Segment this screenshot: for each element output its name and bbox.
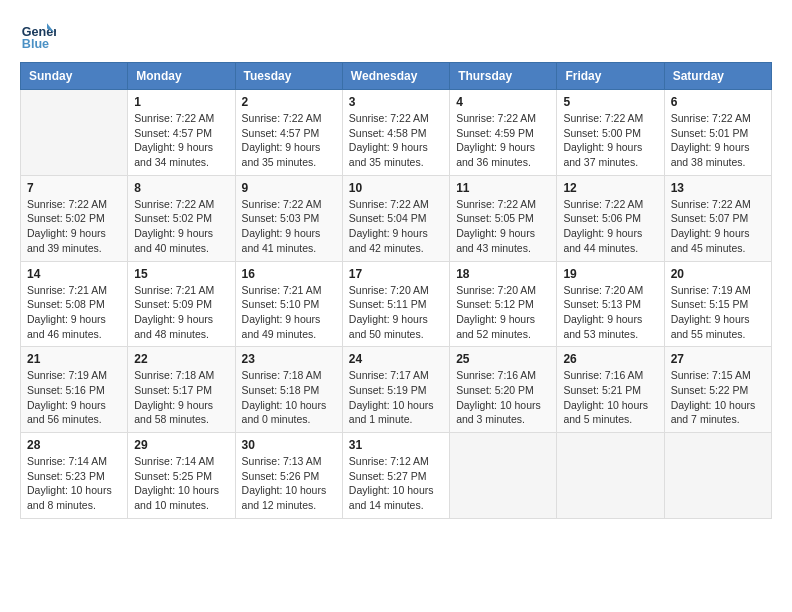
- day-number: 31: [349, 438, 443, 452]
- day-cell: 25Sunrise: 7:16 AMSunset: 5:20 PMDayligh…: [450, 347, 557, 433]
- day-info: Sunrise: 7:22 AMSunset: 5:06 PMDaylight:…: [563, 197, 657, 256]
- day-cell: 4Sunrise: 7:22 AMSunset: 4:59 PMDaylight…: [450, 90, 557, 176]
- day-info: Sunrise: 7:22 AMSunset: 4:59 PMDaylight:…: [456, 111, 550, 170]
- day-cell: 29Sunrise: 7:14 AMSunset: 5:25 PMDayligh…: [128, 433, 235, 519]
- week-row-4: 21Sunrise: 7:19 AMSunset: 5:16 PMDayligh…: [21, 347, 772, 433]
- day-number: 13: [671, 181, 765, 195]
- day-info: Sunrise: 7:22 AMSunset: 4:58 PMDaylight:…: [349, 111, 443, 170]
- day-number: 5: [563, 95, 657, 109]
- day-number: 12: [563, 181, 657, 195]
- day-number: 6: [671, 95, 765, 109]
- day-cell: 2Sunrise: 7:22 AMSunset: 4:57 PMDaylight…: [235, 90, 342, 176]
- day-number: 27: [671, 352, 765, 366]
- day-info: Sunrise: 7:19 AMSunset: 5:16 PMDaylight:…: [27, 368, 121, 427]
- day-number: 11: [456, 181, 550, 195]
- day-cell: 6Sunrise: 7:22 AMSunset: 5:01 PMDaylight…: [664, 90, 771, 176]
- day-number: 19: [563, 267, 657, 281]
- day-cell: 17Sunrise: 7:20 AMSunset: 5:11 PMDayligh…: [342, 261, 449, 347]
- day-cell: 8Sunrise: 7:22 AMSunset: 5:02 PMDaylight…: [128, 175, 235, 261]
- header-cell-friday: Friday: [557, 63, 664, 90]
- day-number: 7: [27, 181, 121, 195]
- day-info: Sunrise: 7:18 AMSunset: 5:18 PMDaylight:…: [242, 368, 336, 427]
- week-row-3: 14Sunrise: 7:21 AMSunset: 5:08 PMDayligh…: [21, 261, 772, 347]
- svg-text:Blue: Blue: [22, 37, 49, 51]
- day-info: Sunrise: 7:16 AMSunset: 5:21 PMDaylight:…: [563, 368, 657, 427]
- day-number: 10: [349, 181, 443, 195]
- header-cell-monday: Monday: [128, 63, 235, 90]
- day-info: Sunrise: 7:22 AMSunset: 5:03 PMDaylight:…: [242, 197, 336, 256]
- day-cell: 30Sunrise: 7:13 AMSunset: 5:26 PMDayligh…: [235, 433, 342, 519]
- day-cell: 7Sunrise: 7:22 AMSunset: 5:02 PMDaylight…: [21, 175, 128, 261]
- day-number: 23: [242, 352, 336, 366]
- logo: General Blue: [20, 16, 60, 52]
- day-info: Sunrise: 7:16 AMSunset: 5:20 PMDaylight:…: [456, 368, 550, 427]
- header-cell-wednesday: Wednesday: [342, 63, 449, 90]
- day-cell: 24Sunrise: 7:17 AMSunset: 5:19 PMDayligh…: [342, 347, 449, 433]
- day-cell: 21Sunrise: 7:19 AMSunset: 5:16 PMDayligh…: [21, 347, 128, 433]
- day-number: 24: [349, 352, 443, 366]
- day-info: Sunrise: 7:21 AMSunset: 5:10 PMDaylight:…: [242, 283, 336, 342]
- day-cell: 11Sunrise: 7:22 AMSunset: 5:05 PMDayligh…: [450, 175, 557, 261]
- day-number: 3: [349, 95, 443, 109]
- day-info: Sunrise: 7:12 AMSunset: 5:27 PMDaylight:…: [349, 454, 443, 513]
- header-row: SundayMondayTuesdayWednesdayThursdayFrid…: [21, 63, 772, 90]
- week-row-2: 7Sunrise: 7:22 AMSunset: 5:02 PMDaylight…: [21, 175, 772, 261]
- day-cell: 9Sunrise: 7:22 AMSunset: 5:03 PMDaylight…: [235, 175, 342, 261]
- day-cell: 31Sunrise: 7:12 AMSunset: 5:27 PMDayligh…: [342, 433, 449, 519]
- day-info: Sunrise: 7:22 AMSunset: 5:02 PMDaylight:…: [27, 197, 121, 256]
- day-number: 30: [242, 438, 336, 452]
- day-info: Sunrise: 7:21 AMSunset: 5:08 PMDaylight:…: [27, 283, 121, 342]
- day-number: 25: [456, 352, 550, 366]
- calendar-table: SundayMondayTuesdayWednesdayThursdayFrid…: [20, 62, 772, 519]
- day-info: Sunrise: 7:22 AMSunset: 5:07 PMDaylight:…: [671, 197, 765, 256]
- day-info: Sunrise: 7:22 AMSunset: 5:01 PMDaylight:…: [671, 111, 765, 170]
- day-cell: 23Sunrise: 7:18 AMSunset: 5:18 PMDayligh…: [235, 347, 342, 433]
- header-cell-sunday: Sunday: [21, 63, 128, 90]
- day-info: Sunrise: 7:19 AMSunset: 5:15 PMDaylight:…: [671, 283, 765, 342]
- day-cell: 18Sunrise: 7:20 AMSunset: 5:12 PMDayligh…: [450, 261, 557, 347]
- day-info: Sunrise: 7:21 AMSunset: 5:09 PMDaylight:…: [134, 283, 228, 342]
- day-cell: [557, 433, 664, 519]
- header-cell-saturday: Saturday: [664, 63, 771, 90]
- day-cell: 16Sunrise: 7:21 AMSunset: 5:10 PMDayligh…: [235, 261, 342, 347]
- day-number: 4: [456, 95, 550, 109]
- day-cell: 26Sunrise: 7:16 AMSunset: 5:21 PMDayligh…: [557, 347, 664, 433]
- day-number: 1: [134, 95, 228, 109]
- header-cell-thursday: Thursday: [450, 63, 557, 90]
- day-info: Sunrise: 7:17 AMSunset: 5:19 PMDaylight:…: [349, 368, 443, 427]
- day-number: 20: [671, 267, 765, 281]
- day-cell: 13Sunrise: 7:22 AMSunset: 5:07 PMDayligh…: [664, 175, 771, 261]
- day-info: Sunrise: 7:20 AMSunset: 5:13 PMDaylight:…: [563, 283, 657, 342]
- day-cell: 20Sunrise: 7:19 AMSunset: 5:15 PMDayligh…: [664, 261, 771, 347]
- calendar-header: SundayMondayTuesdayWednesdayThursdayFrid…: [21, 63, 772, 90]
- day-info: Sunrise: 7:14 AMSunset: 5:25 PMDaylight:…: [134, 454, 228, 513]
- day-info: Sunrise: 7:13 AMSunset: 5:26 PMDaylight:…: [242, 454, 336, 513]
- day-number: 14: [27, 267, 121, 281]
- day-number: 15: [134, 267, 228, 281]
- day-info: Sunrise: 7:22 AMSunset: 5:05 PMDaylight:…: [456, 197, 550, 256]
- day-number: 9: [242, 181, 336, 195]
- day-cell: [21, 90, 128, 176]
- day-cell: 3Sunrise: 7:22 AMSunset: 4:58 PMDaylight…: [342, 90, 449, 176]
- calendar-body: 1Sunrise: 7:22 AMSunset: 4:57 PMDaylight…: [21, 90, 772, 519]
- day-number: 21: [27, 352, 121, 366]
- day-info: Sunrise: 7:22 AMSunset: 5:00 PMDaylight:…: [563, 111, 657, 170]
- day-cell: [664, 433, 771, 519]
- day-info: Sunrise: 7:18 AMSunset: 5:17 PMDaylight:…: [134, 368, 228, 427]
- day-number: 2: [242, 95, 336, 109]
- day-cell: 22Sunrise: 7:18 AMSunset: 5:17 PMDayligh…: [128, 347, 235, 433]
- day-number: 29: [134, 438, 228, 452]
- day-number: 17: [349, 267, 443, 281]
- day-cell: 19Sunrise: 7:20 AMSunset: 5:13 PMDayligh…: [557, 261, 664, 347]
- day-info: Sunrise: 7:20 AMSunset: 5:12 PMDaylight:…: [456, 283, 550, 342]
- day-number: 18: [456, 267, 550, 281]
- day-cell: 5Sunrise: 7:22 AMSunset: 5:00 PMDaylight…: [557, 90, 664, 176]
- day-cell: 1Sunrise: 7:22 AMSunset: 4:57 PMDaylight…: [128, 90, 235, 176]
- day-info: Sunrise: 7:22 AMSunset: 4:57 PMDaylight:…: [134, 111, 228, 170]
- day-cell: 28Sunrise: 7:14 AMSunset: 5:23 PMDayligh…: [21, 433, 128, 519]
- day-cell: 10Sunrise: 7:22 AMSunset: 5:04 PMDayligh…: [342, 175, 449, 261]
- day-info: Sunrise: 7:22 AMSunset: 4:57 PMDaylight:…: [242, 111, 336, 170]
- day-number: 22: [134, 352, 228, 366]
- day-info: Sunrise: 7:22 AMSunset: 5:04 PMDaylight:…: [349, 197, 443, 256]
- day-number: 16: [242, 267, 336, 281]
